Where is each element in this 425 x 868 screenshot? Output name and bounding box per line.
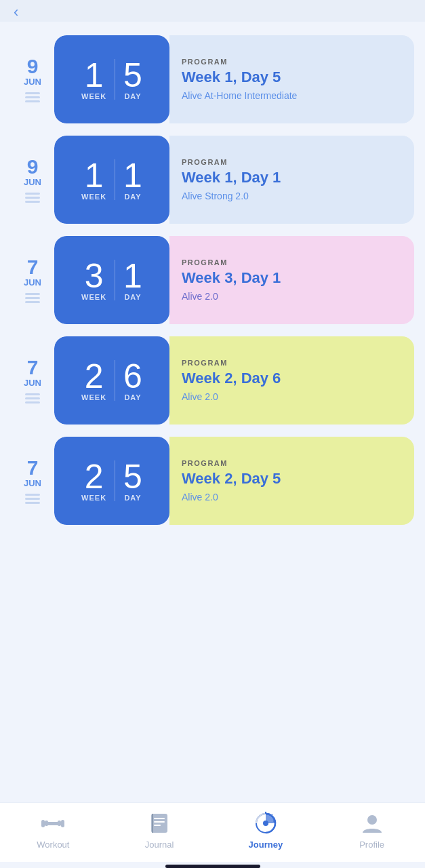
bottom-navigation: Workout Journal [0,802,425,862]
program-subtitle: Alive At-Home Intermediate [182,90,402,101]
workout-card[interactable]: 2 WEEK 5 DAY PROGRAM Week 2, Day 5 Alive… [54,437,414,525]
svg-point-15 [367,815,377,825]
profile-label: Profile [359,840,384,850]
workout-card[interactable]: 3 WEEK 1 DAY PROGRAM Week 3, Day 1 Alive… [54,236,414,324]
day-block: 6 DAY [123,359,142,401]
day-block: 1 DAY [123,259,142,301]
day-block: 5 DAY [123,58,142,100]
program-title: Week 2, Day 5 [182,470,402,488]
journal-icon [146,810,173,837]
back-button[interactable]: ‹ [14,3,18,21]
day-label: DAY [124,293,141,301]
workout-card[interactable]: 1 WEEK 1 DAY PROGRAM Week 1, Day 1 Alive… [54,136,414,224]
week-label: WEEK [81,92,106,100]
day-block: 1 DAY [123,159,142,201]
date-column: 9 JUN [11,56,54,102]
day-label: DAY [124,193,141,201]
program-label: PROGRAM [182,459,402,467]
week-day-block: 2 WEEK 6 DAY [81,359,142,401]
week-label: WEEK [81,193,106,201]
divider [115,59,115,100]
program-subtitle: Alive 2.0 [182,391,402,402]
card-info: PROGRAM Week 2, Day 6 Alive 2.0 [169,336,414,425]
program-label: PROGRAM [182,258,402,267]
card-week-day: 2 WEEK 5 DAY [54,437,169,525]
week-number: 1 [85,58,104,92]
entry-row[interactable]: 9 JUN 1 WEEK [11,136,414,224]
workout-card[interactable]: 2 WEEK 6 DAY PROGRAM Week 2, Day 6 Alive… [54,336,414,425]
program-title: Week 2, Day 6 [182,370,402,387]
card-info: PROGRAM Week 1, Day 5 Alive At-Home Inte… [169,35,414,123]
nav-journey[interactable]: Journey [242,810,289,850]
workout-label: Workout [37,840,69,850]
divider [115,360,115,401]
week-label: WEEK [81,494,106,502]
day-number: 5 [123,460,142,494]
week-day-block: 3 WEEK 1 DAY [81,259,142,301]
svg-point-11 [263,821,268,826]
date-lines [25,92,40,102]
date-month: JUN [24,177,41,187]
svg-line-14 [273,821,275,821]
nav-journal[interactable]: Journal [136,810,183,850]
journey-label: Journey [249,840,283,850]
day-number: 5 [123,58,142,92]
entry-row[interactable]: 9 JUN 1 WEEK [11,35,414,123]
journal-label: Journal [145,840,174,850]
entry-row[interactable]: 7 JUN 3 WEEK [11,236,414,324]
week-number: 2 [85,460,104,494]
svg-rect-8 [154,825,161,826]
profile-icon [359,810,386,837]
week-block: 3 WEEK [81,259,106,301]
svg-rect-7 [154,821,165,823]
week-number: 1 [85,159,104,193]
date-column: 7 JUN [11,458,54,504]
content-area: 9 JUN 1 WEEK [0,22,425,802]
divider [115,460,115,501]
date-number: 9 [27,56,39,77]
week-day-block: 1 WEEK 5 DAY [81,58,142,100]
date-lines [25,393,40,403]
week-label: WEEK [81,393,106,401]
week-block: 2 WEEK [81,359,106,401]
workout-icon [39,810,66,837]
week-number: 2 [85,359,104,393]
date-lines [25,193,40,203]
date-month: JUN [24,378,41,388]
workout-card[interactable]: 1 WEEK 5 DAY PROGRAM Week 1, Day 5 Alive… [54,35,414,123]
date-number: 7 [27,257,39,277]
day-block: 5 DAY [123,460,142,502]
card-info: PROGRAM Week 1, Day 1 Alive Strong 2.0 [169,136,414,224]
journey-icon [252,810,279,837]
day-label: DAY [124,92,141,100]
card-week-day: 1 WEEK 5 DAY [54,35,169,123]
date-number: 7 [27,458,39,478]
date-column: 7 JUN [11,257,54,303]
card-week-day: 2 WEEK 6 DAY [54,336,169,425]
week-block: 1 WEEK [81,159,106,201]
nav-profile[interactable]: Profile [348,810,396,850]
program-title: Week 3, Day 1 [182,269,402,287]
entry-row[interactable]: 7 JUN 2 WEEK [11,437,414,525]
date-month: JUN [24,478,41,488]
nav-workout[interactable]: Workout [29,810,77,850]
week-day-block: 1 WEEK 1 DAY [81,159,142,201]
svg-rect-3 [45,821,48,826]
entry-row[interactable]: 7 JUN 2 WEEK [11,336,414,425]
svg-rect-2 [61,820,64,827]
card-info: PROGRAM Week 3, Day 1 Alive 2.0 [169,236,414,324]
svg-rect-6 [154,818,165,819]
program-subtitle: Alive 2.0 [182,492,402,502]
program-title: Week 1, Day 5 [182,68,402,86]
day-number: 6 [123,359,142,393]
svg-rect-4 [58,821,61,826]
date-month: JUN [24,277,41,288]
svg-rect-1 [41,820,45,827]
card-info: PROGRAM Week 2, Day 5 Alive 2.0 [169,437,414,525]
program-label: PROGRAM [182,158,402,166]
program-label: PROGRAM [182,359,402,367]
week-number: 3 [85,259,104,293]
header: ‹ [0,0,425,22]
week-block: 2 WEEK [81,460,106,502]
divider [115,260,115,300]
